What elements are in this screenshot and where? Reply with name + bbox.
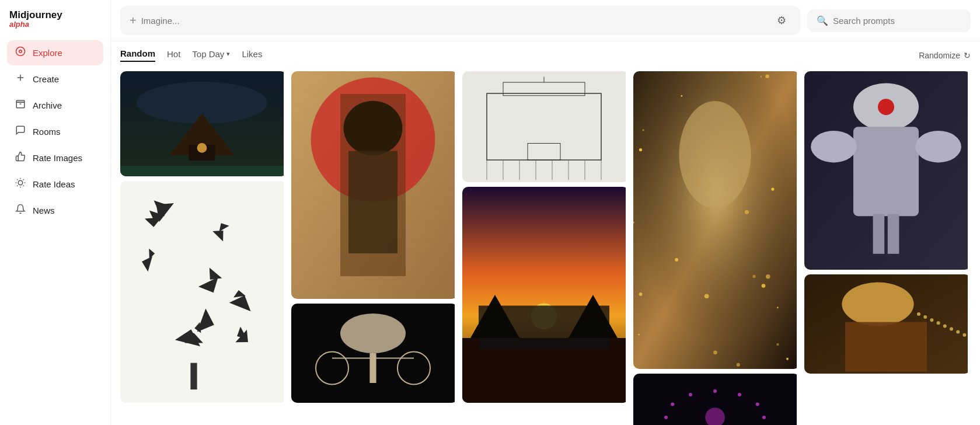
- sidebar-item-news[interactable]: News: [7, 198, 103, 223]
- svg-point-94: [738, 393, 741, 396]
- svg-point-81: [638, 334, 640, 336]
- svg-rect-34: [348, 151, 397, 254]
- gallery-image[interactable]: [633, 374, 800, 425]
- svg-point-75: [642, 129, 644, 131]
- sidebar-item-archive[interactable]: Archive: [7, 93, 103, 118]
- gallery-col-2: [462, 71, 629, 403]
- explore-icon: [14, 46, 27, 60]
- svg-point-68: [752, 275, 755, 278]
- archive-icon: [14, 99, 27, 112]
- gallery-col-4: [804, 71, 971, 374]
- randomize-button[interactable]: Randomize ↻: [919, 51, 971, 60]
- svg-point-102: [878, 99, 894, 115]
- svg-point-74: [761, 76, 762, 77]
- svg-point-62: [679, 101, 751, 208]
- svg-rect-103: [873, 214, 885, 254]
- svg-point-91: [671, 403, 674, 406]
- svg-point-66: [745, 210, 749, 214]
- sidebar-label-news: News: [33, 205, 55, 215]
- logo: Midjourney alpha: [7, 9, 103, 29]
- svg-rect-104: [888, 214, 899, 254]
- randomize-label: Randomize: [919, 51, 960, 60]
- sidebar-item-explore[interactable]: Explore: [7, 40, 103, 65]
- rate-ideas-icon: [14, 177, 27, 191]
- svg-point-71: [762, 284, 766, 288]
- svg-point-111: [937, 321, 940, 325]
- plus-icon: +: [130, 14, 137, 27]
- svg-point-67: [639, 148, 642, 151]
- sidebar-item-rooms[interactable]: Rooms: [7, 119, 103, 144]
- gallery-image[interactable]: [804, 274, 971, 374]
- svg-point-72: [766, 274, 770, 278]
- sidebar: Midjourney alpha Explore Create Archive …: [0, 0, 111, 425]
- tab-label-top-day: Top Day ▾: [192, 49, 230, 59]
- sidebar-item-rate-ideas[interactable]: Rate Ideas: [7, 172, 103, 197]
- svg-point-100: [811, 131, 856, 162]
- rooms-icon: [14, 125, 27, 138]
- svg-point-114: [956, 330, 960, 334]
- sidebar-label-archive: Archive: [33, 100, 62, 110]
- chevron-down-icon: ▾: [226, 50, 230, 58]
- sidebar-item-rate-images[interactable]: Rate Images: [7, 145, 103, 170]
- tab-random[interactable]: Random: [120, 48, 155, 62]
- tabs-container: RandomHotTop Day ▾Likes: [120, 48, 907, 62]
- svg-point-84: [762, 416, 766, 419]
- tab-hot[interactable]: Hot: [167, 49, 180, 61]
- svg-point-115: [962, 333, 966, 337]
- gallery-image[interactable]: [291, 304, 458, 403]
- svg-point-8: [197, 143, 207, 153]
- gallery-col-1: [291, 71, 458, 403]
- svg-point-95: [756, 403, 759, 406]
- gallery-col-3: [633, 71, 800, 425]
- svg-point-64: [771, 188, 774, 191]
- sidebar-label-rate-images: Rate Images: [33, 153, 82, 163]
- rate-images-icon: [14, 151, 27, 165]
- gallery-image[interactable]: [804, 71, 971, 270]
- svg-point-69: [765, 74, 769, 78]
- topbar: + ⚙ 🔍: [111, 0, 980, 41]
- svg-rect-29: [190, 363, 197, 390]
- gallery-col-0: [120, 71, 287, 403]
- svg-point-106: [842, 283, 913, 326]
- search-icon: 🔍: [817, 15, 828, 26]
- svg-point-93: [713, 389, 717, 393]
- search-bar[interactable]: 🔍: [807, 9, 971, 32]
- randomize-icon: ↻: [964, 51, 971, 60]
- sidebar-label-rate-ideas: Rate Ideas: [33, 179, 75, 189]
- sidebar-label-create: Create: [33, 74, 59, 84]
- nav-menu: Explore Create Archive Rooms Rate Images…: [7, 40, 103, 224]
- svg-point-92: [689, 393, 692, 396]
- svg-point-110: [930, 318, 933, 322]
- svg-point-77: [777, 307, 779, 309]
- svg-point-33: [344, 101, 403, 156]
- logo-alpha: alpha: [9, 20, 103, 29]
- gallery-image[interactable]: [291, 71, 458, 299]
- gallery-image[interactable]: [462, 71, 629, 182]
- svg-rect-107: [845, 322, 927, 372]
- main-content: + ⚙ 🔍 RandomHotTop Day ▾Likes Randomize …: [111, 0, 980, 425]
- filter-tabs: RandomHotTop Day ▾Likes Randomize ↻: [111, 41, 980, 67]
- svg-rect-99: [853, 127, 919, 216]
- svg-point-80: [713, 351, 717, 355]
- gallery: [111, 67, 980, 425]
- gallery-image[interactable]: [462, 187, 629, 403]
- svg-point-108: [917, 312, 920, 316]
- gallery-grid: [120, 71, 971, 425]
- imagine-input[interactable]: [141, 16, 768, 26]
- svg-point-112: [943, 324, 947, 328]
- svg-point-76: [737, 363, 740, 367]
- svg-point-63: [786, 358, 789, 360]
- svg-point-90: [664, 416, 668, 419]
- gallery-image[interactable]: [633, 71, 800, 369]
- search-input[interactable]: [833, 16, 950, 26]
- svg-point-109: [923, 315, 927, 319]
- sidebar-label-rooms: Rooms: [33, 127, 61, 137]
- imagine-bar[interactable]: + ⚙: [120, 6, 800, 35]
- filter-button[interactable]: ⚙: [772, 12, 791, 29]
- tab-likes[interactable]: Likes: [242, 49, 262, 61]
- svg-point-79: [776, 343, 779, 346]
- gallery-image[interactable]: [120, 181, 287, 403]
- sidebar-item-create[interactable]: Create: [7, 67, 103, 92]
- gallery-image[interactable]: [120, 71, 287, 176]
- tab-top-day[interactable]: Top Day ▾: [192, 49, 230, 61]
